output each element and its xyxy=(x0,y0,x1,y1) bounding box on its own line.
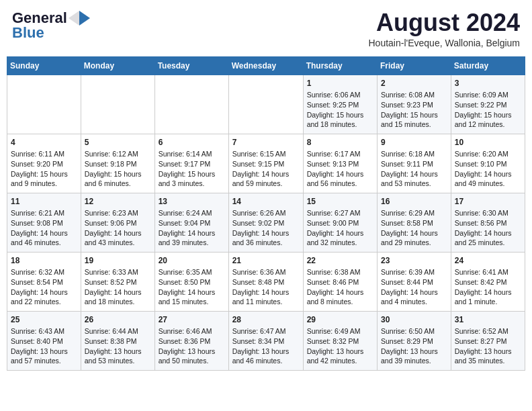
calendar-cell: 31Sunrise: 6:52 AMSunset: 8:27 PMDayligh… xyxy=(451,311,525,370)
day-number: 24 xyxy=(455,255,521,267)
day-info: Daylight: 14 hours xyxy=(381,169,447,179)
day-info: Sunset: 9:17 PM xyxy=(159,159,225,169)
day-info: Sunrise: 6:33 AM xyxy=(85,267,151,277)
calendar-cell: 11Sunrise: 6:21 AMSunset: 9:08 PMDayligh… xyxy=(7,193,81,252)
weekday-header-friday: Friday xyxy=(378,56,451,75)
day-info: Sunset: 8:38 PM xyxy=(85,336,151,347)
day-info: Sunrise: 6:46 AM xyxy=(159,326,225,336)
svg-marker-0 xyxy=(79,11,90,26)
day-number: 20 xyxy=(159,255,225,267)
day-info: Daylight: 15 hours xyxy=(307,110,373,120)
day-info: Sunset: 9:13 PM xyxy=(307,159,373,169)
calendar-week-1: 1Sunrise: 6:06 AMSunset: 9:25 PMDaylight… xyxy=(7,75,525,134)
day-number: 1 xyxy=(307,78,373,89)
day-info: Sunrise: 6:47 AM xyxy=(232,326,300,336)
day-info: and 35 minutes. xyxy=(455,356,521,366)
calendar-cell: 10Sunrise: 6:20 AMSunset: 9:10 PMDayligh… xyxy=(451,134,525,193)
day-info: and 9 minutes. xyxy=(11,179,77,189)
day-info: and 56 minutes. xyxy=(307,179,373,189)
day-info: Sunset: 9:10 PM xyxy=(455,159,521,169)
day-info: Daylight: 13 hours xyxy=(381,347,447,357)
page-header: General Blue August 2024 Houtain-l'Evequ… xyxy=(7,7,525,51)
day-number: 9 xyxy=(381,137,447,148)
day-info: and 25 minutes. xyxy=(455,238,521,248)
day-info: and 4 minutes. xyxy=(381,297,447,307)
day-info: Sunset: 8:32 PM xyxy=(307,336,373,347)
calendar-table: SundayMondayTuesdayWednesdayThursdayFrid… xyxy=(7,56,525,371)
day-info: and 36 minutes. xyxy=(232,238,300,248)
day-info: Sunrise: 6:15 AM xyxy=(232,149,300,159)
day-info: Daylight: 14 hours xyxy=(307,169,373,179)
day-info: Sunset: 8:34 PM xyxy=(232,336,300,347)
day-info: Daylight: 14 hours xyxy=(159,287,225,298)
day-info: Sunrise: 6:17 AM xyxy=(307,149,373,159)
calendar-cell: 22Sunrise: 6:38 AMSunset: 8:46 PMDayligh… xyxy=(303,252,377,311)
weekday-header-sunday: Sunday xyxy=(7,56,81,75)
day-info: Sunset: 8:50 PM xyxy=(159,277,225,287)
day-info: and 39 minutes. xyxy=(159,238,225,248)
day-info: Daylight: 13 hours xyxy=(11,347,77,357)
day-info: Sunrise: 6:35 AM xyxy=(159,267,225,277)
calendar-cell xyxy=(7,75,81,134)
day-info: Sunrise: 6:36 AM xyxy=(232,267,300,277)
day-info: Sunrise: 6:50 AM xyxy=(381,326,447,336)
day-info: and 22 minutes. xyxy=(11,297,77,307)
calendar-cell: 30Sunrise: 6:50 AMSunset: 8:29 PMDayligh… xyxy=(378,311,451,370)
day-info: Daylight: 13 hours xyxy=(232,347,300,357)
day-number: 27 xyxy=(159,314,225,326)
day-info: Daylight: 15 hours xyxy=(159,169,225,179)
logo: General Blue xyxy=(12,9,90,42)
calendar-cell: 5Sunrise: 6:12 AMSunset: 9:18 PMDaylight… xyxy=(81,134,154,193)
day-info: Sunrise: 6:38 AM xyxy=(307,267,373,277)
day-info: Sunset: 8:46 PM xyxy=(307,277,373,287)
day-info: and 32 minutes. xyxy=(307,238,373,248)
day-info: Sunset: 8:42 PM xyxy=(455,277,521,287)
day-info: Sunrise: 6:06 AM xyxy=(307,90,373,100)
day-info: Sunset: 9:18 PM xyxy=(85,159,151,169)
day-info: and 18 minutes. xyxy=(307,120,373,130)
day-info: Sunset: 9:22 PM xyxy=(455,100,521,110)
day-info: Sunrise: 6:08 AM xyxy=(381,90,447,100)
day-info: and 6 minutes. xyxy=(85,179,151,189)
calendar-cell: 20Sunrise: 6:35 AMSunset: 8:50 PMDayligh… xyxy=(154,252,228,311)
calendar-cell xyxy=(154,75,228,134)
day-info: Sunset: 8:27 PM xyxy=(455,336,521,347)
day-info: Daylight: 14 hours xyxy=(11,228,77,238)
day-info: and 15 minutes. xyxy=(381,120,447,130)
day-info: and 11 minutes. xyxy=(232,297,300,307)
calendar-cell: 9Sunrise: 6:18 AMSunset: 9:11 PMDaylight… xyxy=(378,134,451,193)
day-info: Sunrise: 6:18 AM xyxy=(381,149,447,159)
calendar-cell: 17Sunrise: 6:30 AMSunset: 8:56 PMDayligh… xyxy=(451,193,525,252)
calendar-week-5: 25Sunrise: 6:43 AMSunset: 8:40 PMDayligh… xyxy=(7,311,525,370)
calendar-cell: 15Sunrise: 6:27 AMSunset: 9:00 PMDayligh… xyxy=(303,193,377,252)
day-info: Sunrise: 6:24 AM xyxy=(159,208,225,218)
day-info: Daylight: 14 hours xyxy=(307,228,373,238)
day-number: 7 xyxy=(232,137,300,148)
calendar-cell: 18Sunrise: 6:32 AMSunset: 8:54 PMDayligh… xyxy=(7,252,81,311)
day-info: and 18 minutes. xyxy=(85,297,151,307)
day-info: Sunrise: 6:23 AM xyxy=(85,208,151,218)
calendar-header-row: SundayMondayTuesdayWednesdayThursdayFrid… xyxy=(7,56,525,75)
day-info: Sunset: 9:23 PM xyxy=(381,100,447,110)
day-info: Daylight: 14 hours xyxy=(455,287,521,298)
day-number: 28 xyxy=(232,314,300,326)
day-info: and 53 minutes. xyxy=(381,179,447,189)
calendar-cell: 13Sunrise: 6:24 AMSunset: 9:04 PMDayligh… xyxy=(154,193,228,252)
day-number: 21 xyxy=(232,255,300,267)
day-info: Sunrise: 6:39 AM xyxy=(381,267,447,277)
day-number: 30 xyxy=(381,314,447,326)
day-info: and 42 minutes. xyxy=(307,356,373,366)
weekday-header-thursday: Thursday xyxy=(303,56,377,75)
day-number: 12 xyxy=(85,196,151,208)
day-info: Daylight: 15 hours xyxy=(381,110,447,120)
calendar-cell: 29Sunrise: 6:49 AMSunset: 8:32 PMDayligh… xyxy=(303,311,377,370)
day-number: 17 xyxy=(455,196,521,208)
day-number: 26 xyxy=(85,314,151,326)
calendar-cell: 2Sunrise: 6:08 AMSunset: 9:23 PMDaylight… xyxy=(378,75,451,134)
day-info: Daylight: 14 hours xyxy=(85,228,151,238)
day-info: Daylight: 14 hours xyxy=(85,287,151,298)
calendar-cell: 4Sunrise: 6:11 AMSunset: 9:20 PMDaylight… xyxy=(7,134,81,193)
day-info: Sunrise: 6:41 AM xyxy=(455,267,521,277)
day-info: Sunrise: 6:21 AM xyxy=(11,208,77,218)
day-info: Daylight: 13 hours xyxy=(85,347,151,357)
